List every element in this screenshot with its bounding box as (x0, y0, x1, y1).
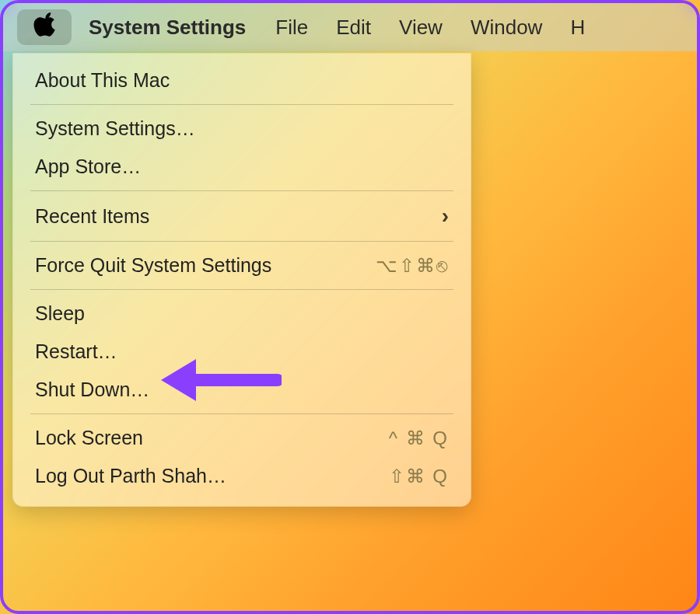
apple-menu-dropdown: About This Mac System Settings… App Stor… (12, 53, 471, 507)
menu-window[interactable]: Window (471, 16, 542, 40)
keyboard-shortcut: ^ ⌘ Q (389, 427, 449, 449)
menu-item-label: Lock Screen (35, 427, 143, 449)
menu-shutdown[interactable]: Shut Down… (13, 371, 471, 409)
chevron-right-icon: › (442, 204, 449, 229)
keyboard-shortcut: ⌥⇧⌘⎋ (376, 255, 449, 277)
menu-item-label: Restart… (35, 340, 117, 363)
menu-log-out[interactable]: Log Out Parth Shah… ⇧⌘ Q (13, 457, 471, 495)
menu-item-label: App Store… (35, 155, 141, 178)
menu-item-label: About This Mac (35, 69, 170, 92)
menu-separator (30, 190, 453, 191)
menu-about-mac[interactable]: About This Mac (13, 61, 471, 99)
menu-separator (30, 289, 453, 290)
keyboard-shortcut: ⇧⌘ Q (389, 466, 449, 487)
menu-separator (30, 104, 453, 105)
menu-item-label: Recent Items (35, 205, 149, 228)
menu-recent-items[interactable]: Recent Items › (13, 196, 471, 236)
menu-item-label: System Settings… (35, 117, 195, 140)
menu-item-label: Force Quit System Settings (35, 254, 271, 277)
menu-edit[interactable]: Edit (336, 16, 371, 40)
menu-force-quit[interactable]: Force Quit System Settings ⌥⇧⌘⎋ (13, 246, 471, 284)
menu-app-store[interactable]: App Store… (13, 148, 471, 186)
menu-view[interactable]: View (399, 16, 443, 40)
menu-item-label: Log Out Parth Shah… (35, 465, 226, 487)
menu-separator (30, 241, 453, 242)
menubar: System Settings File Edit View Window H (3, 3, 697, 51)
apple-menu-button[interactable] (17, 9, 72, 45)
menu-help-truncated[interactable]: H (570, 16, 585, 40)
menu-file[interactable]: File (275, 16, 308, 40)
menu-system-settings[interactable]: System Settings… (13, 110, 471, 148)
menu-restart[interactable]: Restart… (13, 333, 471, 371)
menu-item-label: Shut Down… (35, 379, 149, 401)
active-app-name[interactable]: System Settings (89, 16, 246, 40)
menu-lock-screen[interactable]: Lock Screen ^ ⌘ Q (13, 419, 471, 457)
apple-icon (33, 12, 55, 43)
menu-item-label: Sleep (35, 302, 85, 325)
menu-sleep[interactable]: Sleep (13, 295, 471, 333)
menu-separator (30, 413, 453, 414)
